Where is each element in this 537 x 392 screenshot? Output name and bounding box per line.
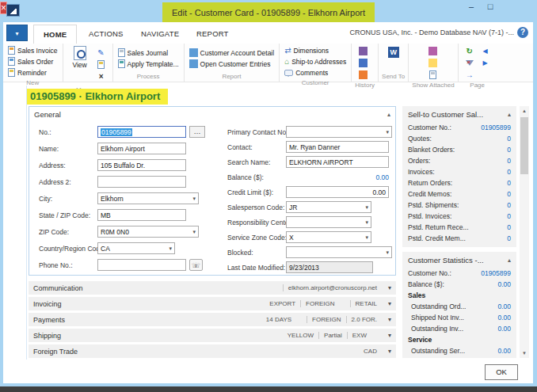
ribbon-group-process: Sales Journal Apply Template... Process <box>113 44 185 82</box>
tab-actions[interactable]: ACTIONS <box>79 25 133 44</box>
edit-icon[interactable]: ✎ <box>94 47 109 58</box>
minimize-button[interactable]: – <box>463 0 480 15</box>
factbox-row: Invoices:0 <box>402 166 516 177</box>
no-field[interactable]: 01905899 <box>97 126 186 138</box>
open-customer-entries-button[interactable]: Open Customer Entries <box>189 59 275 69</box>
clear-filter-icon[interactable]: × <box>463 57 477 68</box>
collapse-chevron-icon[interactable]: ▴ <box>387 111 390 118</box>
name-field[interactable]: Elkhorn Airport <box>97 143 186 154</box>
fasttab-foreign-trade[interactable]: Foreign Trade CAD ▾ <box>29 344 396 358</box>
primary-contact-field[interactable]: ▾ <box>286 126 392 138</box>
history-ledger-icon[interactable] <box>356 45 370 56</box>
next-icon[interactable]: ▶ <box>478 57 493 68</box>
phone-icon[interactable]: ☏ <box>189 259 203 271</box>
ribbon-group-new: Sales Invoice Sales Order Reminder New <box>3 44 63 82</box>
collapse-chevron-icon[interactable]: ▴ <box>508 111 511 118</box>
factbox-sell-to-customer-sales: Sell-to Customer Sal... ▴ Customer No.:0… <box>402 106 516 247</box>
sales-invoice-icon <box>8 46 15 55</box>
help-icon[interactable]: ? <box>517 27 528 38</box>
scroll-up-icon[interactable]: ▲ <box>520 106 529 116</box>
tab-navigate[interactable]: NAVIGATE <box>131 25 189 44</box>
ship-to-addresses-button[interactable]: ⌂ Ship-to Addresses <box>284 56 346 67</box>
tab-home[interactable]: HOME <box>33 25 77 44</box>
maximize-button[interactable]: □ <box>482 0 499 15</box>
balance-link[interactable]: 0.00 <box>286 173 389 181</box>
history-chart-icon[interactable] <box>356 69 370 80</box>
field-row: Search Name: ELKHORN AIRPORT <box>227 156 394 168</box>
expand-chevron-icon[interactable]: ▾ <box>388 284 391 291</box>
view-button[interactable]: View <box>68 46 92 86</box>
factbox-row: Blanket Orders:0 <box>402 144 516 155</box>
fasttab-payments[interactable]: Payments 14 DAYS FOREIGN 2.0 FOR. ▾ <box>29 313 396 326</box>
expand-chevron-icon[interactable]: ▾ <box>388 332 391 339</box>
links-icon[interactable] <box>426 45 440 56</box>
fasttab-shipping[interactable]: Shipping YELLOW Partial EXW ▾ <box>29 329 396 342</box>
expand-chevron-icon[interactable]: ▾ <box>388 300 391 307</box>
sales-journal-button[interactable]: Sales Journal <box>118 48 179 58</box>
group-label-page: Page <box>462 81 493 90</box>
go-to-icon[interactable]: → <box>463 69 477 80</box>
assist-edit-button[interactable]: … <box>189 126 205 138</box>
refresh-icon[interactable]: ↻ <box>463 45 477 56</box>
collapse-chevron-icon[interactable]: ▴ <box>508 257 511 264</box>
field-row: Responsibility Center: ▾ <box>227 216 394 228</box>
dropdown-arrow-icon: ▾ <box>365 234 368 241</box>
service-zone-code-field[interactable]: X▾ <box>286 231 371 243</box>
factbox-row: Customer No.:01905899 <box>402 268 516 279</box>
sales-order-button[interactable]: Sales Order <box>8 56 58 67</box>
field-row: Balance ($): 0.00 <box>227 171 394 183</box>
sales-invoice-button[interactable]: Sales Invoice <box>8 45 58 55</box>
ship-to-addresses-icon: ⌂ <box>284 57 289 66</box>
factbox-row: Shipped Not Inv...0.00 <box>402 312 516 323</box>
city-field[interactable]: Elkhorn▾ <box>97 192 199 204</box>
field-row: State / ZIP Code: MB <box>39 209 215 221</box>
responsibility-center-field[interactable]: ▾ <box>286 216 371 228</box>
group-label-report: Report <box>188 72 276 82</box>
application-menu-button[interactable]: ▾ <box>6 25 28 41</box>
factbox-header[interactable]: Customer Statistics -... ▴ <box>402 252 516 268</box>
apply-template-button[interactable]: Apply Template... <box>118 59 179 69</box>
expand-chevron-icon[interactable]: ▾ <box>388 348 391 355</box>
ok-button[interactable]: OK <box>485 364 518 380</box>
ribbon: Sales Invoice Sales Order Reminder New <box>3 44 533 82</box>
customer-account-detail-button[interactable]: Customer Account Detail <box>189 48 275 58</box>
new-document-icon[interactable] <box>94 59 109 70</box>
factbox-header[interactable]: Sell-to Customer Sal... ▴ <box>402 106 516 122</box>
scrollbar-thumb[interactable] <box>520 117 528 174</box>
contact-field[interactable]: Mr. Ryan Danner <box>286 141 389 153</box>
scroll-down-icon[interactable]: ▼ <box>520 348 529 358</box>
credit-limit-field[interactable]: 0.00 <box>286 186 389 198</box>
address2-field[interactable] <box>97 176 186 188</box>
dropdown-arrow-icon: ▾ <box>386 249 389 256</box>
attached-document-icon[interactable] <box>426 69 440 80</box>
zip-code-field[interactable]: R0M 0N0▾ <box>97 226 199 238</box>
state-field[interactable]: MB <box>97 209 186 221</box>
fasttab-communication[interactable]: Communication elkhorn.airport@cronuscorp… <box>29 281 396 295</box>
salesperson-code-field[interactable]: JR▾ <box>286 201 371 213</box>
delete-icon[interactable]: × <box>94 70 109 82</box>
phone-field[interactable] <box>97 259 186 271</box>
blocked-field[interactable]: ▾ <box>286 246 392 258</box>
microsoft-word-icon[interactable]: W <box>385 45 402 59</box>
page-left-border <box>26 86 27 360</box>
factbox-scrollbar[interactable]: ▲ ▼ <box>520 106 529 358</box>
general-fasttab-header[interactable]: General ▴ <box>29 107 395 121</box>
expand-chevron-icon[interactable]: ▾ <box>388 316 391 323</box>
history-statistics-icon[interactable] <box>356 57 370 68</box>
reminder-button[interactable]: Reminder <box>8 67 58 78</box>
fasttab-invoicing[interactable]: Invoicing EXPORT FOREIGN RETAIL ▾ <box>29 297 396 310</box>
comments-button[interactable]: Comments <box>284 67 346 78</box>
field-row: Blocked: ▾ <box>227 246 394 258</box>
address-field[interactable]: 105 Buffalo Dr. <box>97 159 186 171</box>
dimensions-button[interactable]: ⇄ Dimensions <box>284 45 346 55</box>
previous-icon[interactable]: ◀ <box>478 45 493 56</box>
country-region-field[interactable]: CA▾ <box>97 242 175 254</box>
field-row: Name: Elkhorn Airport <box>39 143 215 154</box>
tab-report[interactable]: REPORT <box>187 25 238 44</box>
notes-icon[interactable] <box>426 57 440 68</box>
sales-order-icon <box>8 57 15 66</box>
search-name-field[interactable]: ELKHORN AIRPORT <box>286 156 389 168</box>
factbox-row: Orders:0 <box>402 155 516 166</box>
factbox-row: Credit Memos:0 <box>402 188 516 200</box>
window-client-area: ▾ HOME ACTIONS NAVIGATE REPORT CRONUS US… <box>3 22 533 383</box>
